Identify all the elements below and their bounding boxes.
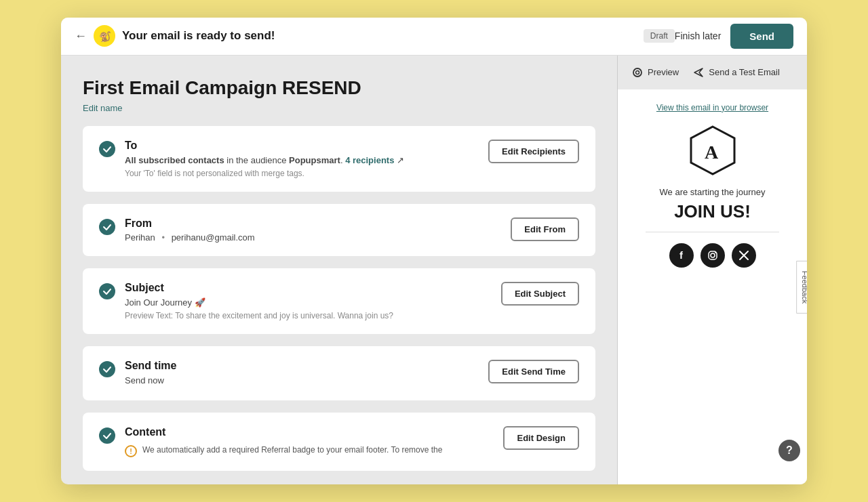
back-button[interactable]: ← [75,29,87,43]
from-check [99,219,115,235]
send-button[interactable]: Send [730,24,793,49]
right-panel: Preview Send a Test Email View this emai… [617,56,807,485]
svg-point-8 [715,252,716,253]
send-time-value: Send now [125,375,176,387]
instagram-icon [701,243,725,268]
subject-preview-text: Preview Text: To share the excitement an… [125,311,393,320]
send-time-label: Send time [125,360,176,372]
to-label: To [125,140,404,152]
facebook-icon: f [669,243,694,268]
to-card-info: To All subscribed contacts in the audien… [125,140,404,178]
to-sub: All subscribed contacts in the audience … [125,154,404,167]
content-warning-text: We automatically add a required Referral… [142,445,442,455]
subject-line: Join Our Journey 🚀 [125,297,393,309]
test-email-label: Send a Test Email [709,67,780,77]
app-window: ← 🐒 Your email is ready to send! Draft F… [61,18,807,485]
view-browser-link[interactable]: View this email in your browser [656,103,768,112]
from-card: From Perihan • perihanu@gmail.com Edit F… [83,204,595,256]
twitter-x-icon [732,243,756,268]
to-audience-bold: All subscribed contacts [125,155,224,165]
topbar: ← 🐒 Your email is ready to send! Draft F… [61,18,807,56]
to-warning: Your 'To' field is not personalized with… [125,169,404,178]
svg-point-2 [633,68,642,77]
to-check [99,141,115,157]
subject-card-left: Subject Join Our Journey 🚀 Preview Text:… [99,282,501,320]
content-card: Content ! We automatically add a require… [83,413,595,471]
topbar-actions: Finish later Send [675,24,793,49]
topbar-title: Your email is ready to send! [122,29,635,43]
main-content: First Email Campaign RESEND Edit name To… [61,56,807,485]
content-card-left: Content ! We automatically add a require… [99,426,503,457]
subject-card: Subject Join Our Journey 🚀 Preview Text:… [83,268,595,334]
edit-send-time-button[interactable]: Edit Send Time [488,360,579,383]
from-dot: • [161,232,165,243]
edit-from-button[interactable]: Edit From [511,217,579,241]
edit-recipients-button[interactable]: Edit Recipients [488,140,579,163]
edit-subject-button[interactable]: Edit Subject [501,282,579,306]
content-card-info: Content ! We automatically add a require… [125,426,442,457]
send-time-check [99,361,115,377]
subject-card-info: Subject Join Our Journey 🚀 Preview Text:… [125,282,393,320]
content-warning: ! We automatically add a required Referr… [125,445,442,457]
test-email-link[interactable]: Send a Test Email [692,66,780,79]
join-heading: JOIN US! [674,201,751,222]
edit-design-button[interactable]: Edit Design [503,426,579,450]
svg-text:A: A [705,142,719,163]
preview-link[interactable]: Preview [631,66,679,79]
svg-text:🐒: 🐒 [99,30,111,43]
send-time-card-info: Send time Send now [125,360,176,387]
email-hex-logo: A [686,123,740,177]
recipients-link[interactable]: 4 recipients [345,155,394,165]
svg-point-7 [711,253,715,257]
finish-later-button[interactable]: Finish later [675,30,721,41]
to-card: To All subscribed contacts in the audien… [83,126,595,192]
mailchimp-logo: 🐒 [94,25,115,47]
content-check [99,427,115,444]
svg-point-3 [636,70,639,74]
draft-badge: Draft [644,29,675,43]
from-card-left: From Perihan • perihanu@gmail.com [99,217,511,243]
warning-icon: ! [125,445,137,457]
to-audience-rest: in the audience [224,155,289,165]
preview-label: Preview [648,67,679,77]
from-label: From [125,217,255,230]
social-icons: f [669,243,756,268]
left-panel: First Email Campaign RESEND Edit name To… [61,56,617,485]
right-panel-actions: Preview Send a Test Email [618,56,807,89]
send-time-card-left: Send time Send now [99,360,488,387]
email-divider [646,232,780,232]
campaign-title: First Email Campaign RESEND [83,77,595,99]
to-audience-name: Popupsmart [289,155,340,165]
subject-check [99,283,115,299]
edit-name-link[interactable]: Edit name [83,103,123,113]
content-label: Content [125,426,442,438]
test-email-icon [692,66,705,79]
from-email: perihanu@gmail.com [172,232,255,243]
from-details: Perihan • perihanu@gmail.com [125,232,255,243]
subject-label: Subject [125,282,393,294]
email-preview-box: View this email in your browser A We are… [618,89,807,485]
preview-icon [631,66,644,79]
send-time-card: Send time Send now Edit Send Time [83,346,595,400]
from-name: Perihan [125,232,155,243]
from-card-info: From Perihan • perihanu@gmail.com [125,217,255,243]
feedback-tab[interactable]: Feedback [796,260,807,313]
journey-text: We are starting the journey [660,187,766,197]
to-card-left: To All subscribed contacts in the audien… [99,140,488,178]
help-button[interactable]: ? [778,440,800,461]
